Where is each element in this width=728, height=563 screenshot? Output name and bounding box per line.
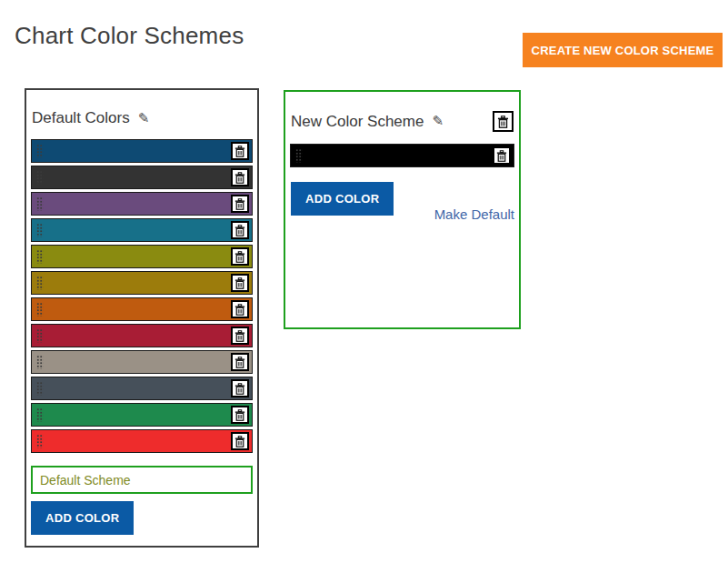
delete-color-button[interactable] (231, 195, 249, 213)
default-swatch-list (30, 139, 254, 453)
delete-color-button[interactable] (231, 274, 249, 292)
drag-handle-icon[interactable] (36, 408, 44, 422)
drag-handle-icon[interactable] (36, 224, 44, 237)
trash-icon (234, 172, 245, 184)
page-title: Chart Color Schemes (15, 22, 244, 50)
new-scheme-actions: ADD COLOR Make Default (289, 182, 515, 216)
drag-handle-icon[interactable] (36, 276, 44, 290)
drag-handle-icon[interactable] (36, 250, 44, 264)
add-color-button[interactable]: ADD COLOR (31, 501, 134, 535)
color-swatch-row[interactable] (31, 245, 253, 268)
delete-color-button[interactable] (493, 146, 511, 165)
default-scheme-card: Default Colors ✎ (25, 88, 259, 548)
add-color-button[interactable]: ADD COLOR (291, 182, 394, 216)
trash-icon (497, 116, 509, 128)
scheme-name-input[interactable] (31, 466, 253, 494)
drag-handle-icon[interactable] (295, 149, 303, 163)
trash-icon (234, 357, 245, 368)
new-swatch-list (289, 144, 515, 167)
trash-icon (496, 150, 507, 162)
create-new-color-scheme-button[interactable]: CREATE NEW COLOR SCHEME (523, 33, 723, 67)
new-scheme-card: New Color Scheme ✎ (284, 90, 521, 329)
color-swatch-row[interactable] (31, 350, 253, 374)
trash-icon (234, 146, 245, 157)
color-swatch-row[interactable] (31, 218, 253, 242)
color-swatch-row[interactable] (31, 192, 253, 216)
color-swatch-row[interactable] (31, 297, 253, 321)
delete-color-button[interactable] (231, 168, 249, 186)
color-swatch-row[interactable] (290, 144, 514, 167)
make-default-link[interactable]: Make Default (434, 206, 514, 222)
delete-color-button[interactable] (231, 379, 249, 397)
trash-icon (234, 330, 245, 342)
delete-color-button[interactable] (231, 221, 249, 239)
trash-icon (234, 225, 245, 236)
drag-handle-icon[interactable] (36, 197, 44, 211)
new-scheme-heading: New Color Scheme ✎ (289, 92, 515, 144)
trash-icon (234, 409, 245, 421)
delete-color-button[interactable] (231, 353, 249, 371)
color-swatch-row[interactable] (31, 377, 253, 400)
default-scheme-title: Default Colors (32, 109, 130, 127)
color-swatch-row[interactable] (31, 139, 253, 163)
color-swatch-row[interactable] (31, 271, 253, 295)
default-scheme-heading: Default Colors ✎ (30, 90, 254, 139)
trash-icon (234, 436, 245, 447)
color-swatch-row[interactable] (31, 429, 253, 453)
drag-handle-icon[interactable] (36, 171, 44, 185)
drag-handle-icon[interactable] (36, 356, 44, 369)
drag-handle-icon[interactable] (36, 382, 44, 396)
drag-handle-icon[interactable] (36, 435, 44, 448)
drag-handle-icon[interactable] (36, 303, 44, 317)
color-swatch-row[interactable] (31, 324, 253, 347)
trash-icon (234, 383, 245, 395)
edit-pencil-icon[interactable]: ✎ (432, 115, 444, 128)
drag-handle-icon[interactable] (36, 329, 44, 343)
delete-scheme-button[interactable] (493, 111, 514, 132)
new-scheme-title: New Color Scheme (291, 113, 424, 131)
trash-icon (234, 304, 245, 316)
delete-color-button[interactable] (231, 247, 249, 266)
drag-handle-icon[interactable] (36, 145, 44, 158)
color-swatch-row[interactable] (31, 403, 253, 427)
trash-icon (234, 251, 245, 263)
delete-color-button[interactable] (231, 406, 249, 424)
color-swatch-row[interactable] (31, 166, 253, 189)
trash-icon (234, 277, 245, 289)
delete-color-button[interactable] (231, 300, 249, 318)
trash-icon (234, 198, 245, 210)
delete-color-button[interactable] (231, 142, 249, 160)
edit-pencil-icon[interactable]: ✎ (138, 112, 150, 126)
delete-color-button[interactable] (231, 432, 249, 450)
delete-color-button[interactable] (231, 327, 249, 345)
